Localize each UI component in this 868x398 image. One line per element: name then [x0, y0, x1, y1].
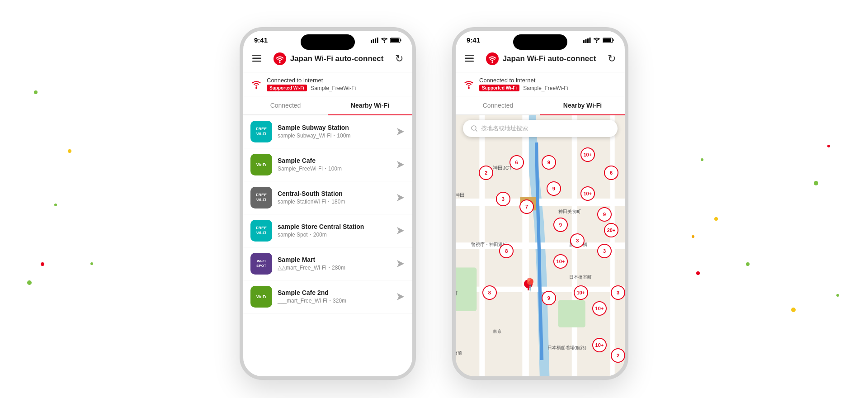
wifi-name-1: Sample_FreeWi-Fi [311, 85, 356, 91]
svg-rect-44 [456, 268, 476, 311]
svg-rect-23 [590, 38, 591, 43]
map-container[interactable]: 按地名或地址搜索 [456, 115, 625, 376]
dot [836, 294, 839, 297]
wifi-item-name-1: Sample Cafe [278, 157, 391, 164]
svg-rect-45 [558, 300, 585, 327]
svg-rect-46 [520, 197, 537, 210]
svg-rect-0 [371, 40, 372, 43]
tab-connected-2[interactable]: Connected [456, 96, 540, 114]
wifi-item-name-4: Sample Mart [278, 256, 391, 263]
list-item[interactable]: FREEWi-Fi Central-South Station sample S… [243, 181, 412, 214]
svg-marker-19 [397, 293, 404, 300]
dot [714, 217, 718, 221]
dot [27, 280, 32, 285]
signal-icon [371, 38, 378, 43]
connection-text-1: Connected to internet [267, 77, 356, 84]
navigate-icon-0 [396, 127, 405, 136]
list-item[interactable]: FREEWi-Fi sample Store Central Station s… [243, 214, 412, 247]
connection-banner-2: Connected to internet Supported Wi-Fi Sa… [456, 72, 625, 96]
svg-rect-10 [252, 61, 261, 62]
phone-list: 9:41 [240, 27, 416, 380]
svg-line-35 [476, 130, 477, 132]
svg-point-24 [596, 42, 597, 43]
wifi-connected-icon-2 [463, 79, 475, 89]
svg-rect-6 [391, 38, 399, 42]
dot [701, 158, 703, 161]
list-item[interactable]: Wi-Fi Sample Cafe 2nd ___mart_Free_Wi-Fi… [243, 280, 412, 313]
svg-text:日本橋船着場(航路): 日本橋船着場(航路) [547, 345, 586, 350]
wifi-item-info-2: Central-South Station sample StationWi-F… [278, 190, 391, 206]
dot [692, 235, 694, 238]
svg-point-33 [468, 87, 470, 89]
wifi-item-name-5: Sample Cafe 2nd [278, 289, 391, 296]
svg-rect-22 [587, 38, 589, 43]
svg-marker-18 [397, 260, 404, 267]
tab-nearby-1[interactable]: Nearby Wi-Fi [328, 96, 412, 114]
svg-rect-21 [585, 39, 587, 43]
wifi-item-name-0: Sample Subway Station [278, 124, 391, 131]
dot [827, 145, 830, 147]
svg-text:警視庁・神田運転: 警視庁・神田運転 [471, 242, 507, 247]
svg-text:東京: 東京 [493, 329, 502, 334]
list-item[interactable]: Wi-Fi Sample Cafe Sample_FreeWi-Fi・100m [243, 148, 412, 181]
navigate-icon-4 [396, 259, 405, 268]
svg-text:二重橋前: 二重橋前 [456, 351, 462, 355]
dot [34, 90, 38, 94]
app-logo-2 [486, 52, 499, 66]
list-item[interactable]: FREEWi-Fi Sample Subway Station sample S… [243, 115, 412, 148]
wifi-item-icon-1: Wi-Fi [250, 154, 272, 175]
svg-text:大手町: 大手町 [456, 291, 458, 296]
svg-rect-20 [583, 40, 585, 43]
hamburger-icon [252, 55, 261, 62]
phone-map: 9:41 [452, 27, 628, 380]
map-svg: 神田 神田JCT 神田美食町 新日本橋 日本橋室町 大手町 東京 二重橋前 日本… [456, 115, 625, 376]
dot [54, 204, 57, 206]
status-bar-1: 9:41 [243, 31, 412, 47]
connection-banner-1: Connected to internet Supported Wi-Fi Sa… [243, 72, 412, 96]
wifi-item-info-3: sample Store Central Station sample Spot… [278, 223, 391, 239]
dot [746, 262, 750, 266]
svg-rect-3 [377, 38, 378, 43]
dot [696, 271, 700, 275]
list-item[interactable]: Wi-FiSPOT Sample Mart △△mart_Free_Wi-Fi・… [243, 247, 412, 280]
connection-info-1: Connected to internet Supported Wi-Fi Sa… [267, 77, 356, 91]
map-search-placeholder: 按地名或地址搜索 [481, 124, 528, 133]
wifi-name-2: Sample_FreeWi-Fi [523, 85, 568, 91]
connection-badges-1: Supported Wi-Fi Sample_FreeWi-Fi [267, 85, 356, 91]
wifi-item-detail-4: △△mart_Free_Wi-Fi・280m [278, 264, 391, 272]
wifi-item-name-3: sample Store Central Station [278, 223, 391, 230]
app-logo-1 [273, 52, 287, 66]
dot [68, 149, 71, 153]
dynamic-island-1 [301, 34, 355, 50]
svg-point-13 [255, 87, 257, 89]
svg-point-34 [472, 126, 476, 130]
wifi-item-icon-0: FREEWi-Fi [250, 121, 272, 142]
connection-info-2: Connected to internet Supported Wi-Fi Sa… [479, 77, 568, 91]
svg-rect-9 [252, 58, 261, 59]
refresh-button-1[interactable]: ↻ [393, 51, 405, 66]
svg-rect-30 [465, 61, 474, 62]
svg-rect-29 [465, 58, 474, 59]
status-icons-1 [371, 38, 401, 43]
wifi-item-icon-5: Wi-Fi [250, 286, 272, 308]
wifi-item-detail-1: Sample_FreeWi-Fi・100m [278, 165, 391, 173]
wifi-item-info-0: Sample Subway Station sample Subway_Wi-F… [278, 124, 391, 140]
wifi-item-icon-3: FREEWi-Fi [250, 220, 272, 242]
svg-marker-14 [397, 128, 404, 135]
signal-icon-2 [583, 38, 591, 43]
svg-rect-27 [613, 39, 614, 41]
refresh-button-2[interactable]: ↻ [606, 51, 618, 66]
status-time-1: 9:41 [254, 36, 268, 44]
wifi-status-icon-2 [593, 38, 600, 43]
menu-icon-2[interactable] [463, 51, 476, 66]
menu-icon-1[interactable] [250, 51, 263, 66]
tab-nearby-2[interactable]: Nearby Wi-Fi [540, 96, 625, 114]
app-header-1: Japan Wi-Fi auto-connect ↻ [243, 47, 412, 72]
wifi-item-info-4: Sample Mart △△mart_Free_Wi-Fi・280m [278, 256, 391, 272]
navigate-icon-5 [396, 292, 405, 301]
svg-marker-16 [397, 194, 404, 201]
status-bar-2: 9:41 [456, 31, 625, 47]
navigate-icon-3 [396, 226, 405, 235]
tab-connected-1[interactable]: Connected [243, 96, 328, 114]
wifi-item-name-2: Central-South Station [278, 190, 391, 197]
